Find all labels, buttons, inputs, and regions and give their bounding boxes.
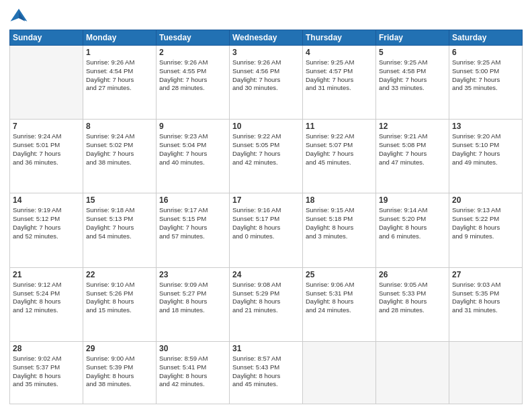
- day-number: 25: [306, 270, 373, 279]
- calendar-cell: 29Sunrise: 9:00 AMSunset: 5:39 PMDayligh…: [83, 341, 157, 404]
- day-details: Sunrise: 9:00 AMSunset: 5:39 PMDaylight:…: [86, 355, 153, 389]
- day-details: Sunrise: 9:12 AMSunset: 5:24 PMDaylight:…: [13, 281, 80, 315]
- calendar-week-row: 7Sunrise: 9:24 AMSunset: 5:01 PMDaylight…: [10, 120, 523, 193]
- day-number: 29: [86, 344, 153, 353]
- logo: [9, 7, 31, 26]
- calendar-cell: [303, 341, 376, 404]
- day-details: Sunrise: 9:26 AMSunset: 4:54 PMDaylight:…: [86, 58, 153, 93]
- calendar-cell: 30Sunrise: 8:59 AMSunset: 5:41 PMDayligh…: [157, 341, 230, 404]
- day-details: Sunrise: 9:06 AMSunset: 5:31 PMDaylight:…: [306, 281, 373, 315]
- day-number: 15: [86, 195, 153, 205]
- calendar-cell: 10Sunrise: 9:22 AMSunset: 5:05 PMDayligh…: [230, 120, 303, 193]
- calendar-cell: 1Sunrise: 9:26 AMSunset: 4:54 PMDaylight…: [83, 46, 157, 120]
- day-number: 16: [159, 195, 226, 205]
- day-details: Sunrise: 9:18 AMSunset: 5:13 PMDaylight:…: [86, 206, 153, 240]
- day-details: Sunrise: 9:26 AMSunset: 4:55 PMDaylight:…: [159, 58, 226, 93]
- page: SundayMondayTuesdayWednesdayThursdayFrid…: [0, 0, 532, 411]
- calendar-cell: 3Sunrise: 9:26 AMSunset: 4:56 PMDaylight…: [230, 46, 303, 120]
- calendar-week-row: 28Sunrise: 9:02 AMSunset: 5:37 PMDayligh…: [10, 341, 523, 404]
- day-details: Sunrise: 9:25 AMSunset: 4:57 PMDaylight:…: [306, 58, 373, 93]
- day-number: 11: [306, 122, 373, 131]
- day-details: Sunrise: 9:25 AMSunset: 4:58 PMDaylight:…: [379, 58, 446, 93]
- calendar-cell: 31Sunrise: 8:57 AMSunset: 5:43 PMDayligh…: [230, 341, 303, 404]
- day-details: Sunrise: 9:19 AMSunset: 5:12 PMDaylight:…: [13, 206, 80, 240]
- day-details: Sunrise: 9:08 AMSunset: 5:29 PMDaylight:…: [232, 281, 300, 315]
- calendar-cell: 14Sunrise: 9:19 AMSunset: 5:12 PMDayligh…: [10, 193, 83, 267]
- calendar-cell: 5Sunrise: 9:25 AMSunset: 4:58 PMDaylight…: [376, 46, 449, 120]
- day-details: Sunrise: 9:15 AMSunset: 5:18 PMDaylight:…: [306, 206, 373, 240]
- day-details: Sunrise: 8:57 AMSunset: 5:43 PMDaylight:…: [232, 355, 300, 389]
- day-details: Sunrise: 9:09 AMSunset: 5:27 PMDaylight:…: [159, 281, 226, 315]
- day-header-wednesday: Wednesday: [230, 30, 303, 46]
- day-details: Sunrise: 9:10 AMSunset: 5:26 PMDaylight:…: [86, 281, 153, 315]
- calendar-cell: 21Sunrise: 9:12 AMSunset: 5:24 PMDayligh…: [10, 267, 83, 341]
- day-details: Sunrise: 8:59 AMSunset: 5:41 PMDaylight:…: [159, 355, 226, 389]
- day-details: Sunrise: 9:17 AMSunset: 5:15 PMDaylight:…: [159, 206, 226, 240]
- day-details: Sunrise: 9:23 AMSunset: 5:04 PMDaylight:…: [159, 132, 226, 167]
- calendar-cell: 9Sunrise: 9:23 AMSunset: 5:04 PMDaylight…: [157, 120, 230, 193]
- day-number: 23: [159, 270, 226, 279]
- day-number: 12: [379, 122, 446, 131]
- calendar-cell: 26Sunrise: 9:05 AMSunset: 5:33 PMDayligh…: [376, 267, 449, 341]
- day-number: 4: [306, 48, 373, 57]
- day-details: Sunrise: 9:24 AMSunset: 5:01 PMDaylight:…: [13, 132, 80, 167]
- day-number: 27: [452, 270, 519, 279]
- calendar-cell: 23Sunrise: 9:09 AMSunset: 5:27 PMDayligh…: [157, 267, 230, 341]
- day-details: Sunrise: 9:22 AMSunset: 5:05 PMDaylight:…: [232, 132, 300, 167]
- header: [9, 7, 523, 26]
- day-header-monday: Monday: [83, 30, 157, 46]
- calendar-cell: [10, 46, 83, 120]
- calendar-cell: 7Sunrise: 9:24 AMSunset: 5:01 PMDaylight…: [10, 120, 83, 193]
- day-details: Sunrise: 9:03 AMSunset: 5:35 PMDaylight:…: [452, 281, 519, 315]
- calendar-week-row: 14Sunrise: 9:19 AMSunset: 5:12 PMDayligh…: [10, 193, 523, 267]
- day-details: Sunrise: 9:22 AMSunset: 5:07 PMDaylight:…: [306, 132, 373, 167]
- calendar-cell: 18Sunrise: 9:15 AMSunset: 5:18 PMDayligh…: [303, 193, 376, 267]
- calendar-cell: 20Sunrise: 9:13 AMSunset: 5:22 PMDayligh…: [449, 193, 523, 267]
- calendar-week-row: 21Sunrise: 9:12 AMSunset: 5:24 PMDayligh…: [10, 267, 523, 341]
- day-number: 21: [13, 270, 80, 279]
- calendar-cell: 28Sunrise: 9:02 AMSunset: 5:37 PMDayligh…: [10, 341, 83, 404]
- day-number: 14: [13, 195, 80, 205]
- day-details: Sunrise: 9:25 AMSunset: 5:00 PMDaylight:…: [452, 58, 519, 93]
- day-number: 3: [232, 48, 300, 57]
- day-details: Sunrise: 9:02 AMSunset: 5:37 PMDaylight:…: [13, 355, 80, 389]
- day-number: 17: [232, 195, 300, 205]
- day-details: Sunrise: 9:20 AMSunset: 5:10 PMDaylight:…: [452, 132, 519, 167]
- calendar-cell: 6Sunrise: 9:25 AMSunset: 5:00 PMDaylight…: [449, 46, 523, 120]
- day-number: 18: [306, 195, 373, 205]
- calendar-cell: 25Sunrise: 9:06 AMSunset: 5:31 PMDayligh…: [303, 267, 376, 341]
- calendar-cell: 17Sunrise: 9:16 AMSunset: 5:17 PMDayligh…: [230, 193, 303, 267]
- calendar-cell: 13Sunrise: 9:20 AMSunset: 5:10 PMDayligh…: [449, 120, 523, 193]
- day-number: 9: [159, 122, 226, 131]
- day-header-friday: Friday: [376, 30, 449, 46]
- day-number: 20: [452, 195, 519, 205]
- calendar-header-row: SundayMondayTuesdayWednesdayThursdayFrid…: [10, 30, 523, 46]
- calendar-cell: 22Sunrise: 9:10 AMSunset: 5:26 PMDayligh…: [83, 267, 157, 341]
- day-number: 10: [232, 122, 300, 131]
- day-header-saturday: Saturday: [449, 30, 523, 46]
- day-details: Sunrise: 9:05 AMSunset: 5:33 PMDaylight:…: [379, 281, 446, 315]
- calendar-week-row: 1Sunrise: 9:26 AMSunset: 4:54 PMDaylight…: [10, 46, 523, 120]
- day-details: Sunrise: 9:24 AMSunset: 5:02 PMDaylight:…: [86, 132, 153, 167]
- logo-icon: [9, 7, 28, 26]
- calendar-cell: 27Sunrise: 9:03 AMSunset: 5:35 PMDayligh…: [449, 267, 523, 341]
- calendar-cell: [376, 341, 449, 404]
- day-number: 7: [13, 122, 80, 131]
- day-details: Sunrise: 9:13 AMSunset: 5:22 PMDaylight:…: [452, 206, 519, 240]
- day-number: 30: [159, 344, 226, 353]
- calendar-cell: 11Sunrise: 9:22 AMSunset: 5:07 PMDayligh…: [303, 120, 376, 193]
- day-number: 2: [159, 48, 226, 57]
- day-header-tuesday: Tuesday: [157, 30, 230, 46]
- day-header-sunday: Sunday: [10, 30, 83, 46]
- day-header-thursday: Thursday: [303, 30, 376, 46]
- calendar-cell: 15Sunrise: 9:18 AMSunset: 5:13 PMDayligh…: [83, 193, 157, 267]
- day-number: 8: [86, 122, 153, 131]
- calendar-cell: 24Sunrise: 9:08 AMSunset: 5:29 PMDayligh…: [230, 267, 303, 341]
- day-number: 26: [379, 270, 446, 279]
- day-number: 24: [232, 270, 300, 279]
- day-number: 22: [86, 270, 153, 279]
- calendar-cell: [449, 341, 523, 404]
- day-details: Sunrise: 9:16 AMSunset: 5:17 PMDaylight:…: [232, 206, 300, 240]
- day-number: 1: [86, 48, 153, 57]
- calendar: SundayMondayTuesdayWednesdayThursdayFrid…: [9, 30, 523, 404]
